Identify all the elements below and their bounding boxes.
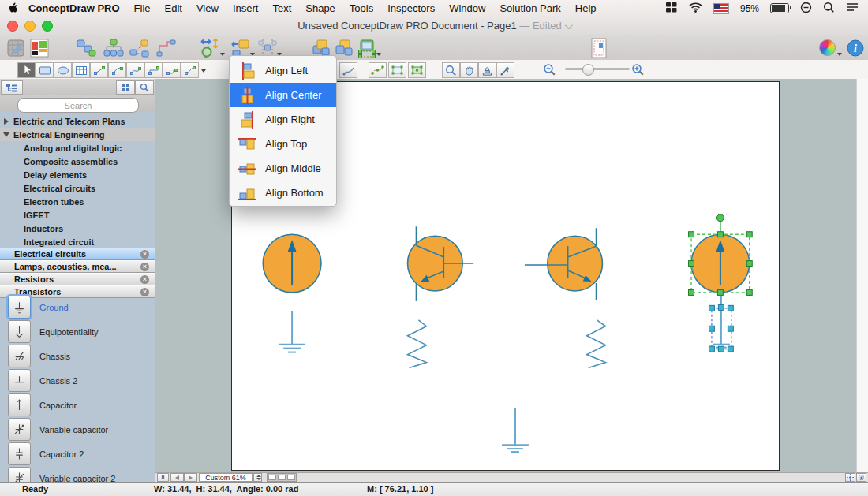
fit-page-button[interactable]	[845, 473, 855, 482]
close-library-icon[interactable]: ×	[140, 275, 149, 284]
zoom-slider-knob[interactable]	[582, 64, 594, 76]
send-to-back-button[interactable]	[333, 37, 354, 58]
apple-menu-icon[interactable]	[0, 2, 24, 14]
tree-layout-button[interactable]	[103, 37, 124, 58]
menu-file[interactable]: File	[127, 0, 158, 17]
clock-icon[interactable]	[800, 2, 812, 16]
zoom-tool-button[interactable]	[442, 62, 460, 78]
arc-connector-tool-button[interactable]	[108, 62, 126, 78]
smart-layout-button[interactable]	[28, 37, 50, 58]
close-library-icon[interactable]: ×	[140, 250, 149, 259]
round-connector-tool-button[interactable]	[163, 62, 181, 78]
menu-inspectors[interactable]: Inspectors	[380, 0, 442, 17]
connector-tools-dropdown-icon[interactable]	[201, 69, 206, 73]
menu-app-name[interactable]: ConceptDraw PRO	[24, 0, 127, 17]
zoom-stepper[interactable]	[253, 473, 262, 482]
stamp-tool-button[interactable]	[478, 62, 496, 78]
table-tool-button[interactable]	[72, 62, 90, 78]
edit-vertices-button[interactable]	[388, 62, 406, 78]
selected-ground-shape[interactable]	[709, 296, 733, 352]
menu-text[interactable]: Text	[265, 0, 298, 17]
tree-item-delay[interactable]: Delay elements	[0, 168, 155, 181]
menu-item-align-center[interactable]: Align Center	[230, 83, 336, 107]
sidebar-search-button[interactable]	[135, 80, 154, 95]
view-mode-buttons[interactable]	[267, 473, 297, 482]
menu-item-align-middle[interactable]: Align Middle	[230, 156, 336, 181]
info-inspector-button[interactable]: i	[844, 37, 866, 58]
wifi-icon[interactable]	[689, 2, 702, 15]
vertical-scrollbar[interactable]	[856, 79, 868, 472]
theme-gallery-button[interactable]	[5, 37, 26, 58]
select-tool-button[interactable]	[17, 62, 36, 78]
symbol-item-variable-capacitor[interactable]: Variable capacitor	[0, 417, 155, 442]
close-library-icon[interactable]: ×	[140, 263, 149, 271]
keyboard-layout-icon[interactable]	[665, 2, 678, 15]
tree-item-igfet[interactable]: IGFET	[0, 208, 155, 222]
next-page-button[interactable]	[184, 473, 197, 482]
ground-shape[interactable]	[279, 311, 305, 352]
group-shapes-button[interactable]	[356, 37, 377, 58]
input-language-flag-icon[interactable]	[713, 3, 729, 14]
chassis-2-symbol-icon[interactable]	[8, 369, 31, 392]
ground-shape[interactable]	[502, 408, 529, 452]
expanded-caret-icon[interactable]	[3, 132, 9, 137]
menu-help[interactable]: Help	[568, 0, 604, 17]
menu-insert[interactable]: Insert	[226, 0, 266, 17]
current-source-shape[interactable]	[263, 234, 321, 293]
symbol-item-equipotentiality[interactable]: Equipotentiality	[0, 319, 155, 344]
zoom-level-select[interactable]: Custom 61%	[199, 473, 253, 482]
pan-tool-button[interactable]	[460, 62, 478, 78]
rectangle-tool-button[interactable]	[36, 62, 54, 78]
resistor-shape[interactable]	[408, 320, 427, 368]
menu-item-align-left[interactable]: Align Left	[230, 58, 336, 83]
symbol-item-capacitor[interactable]: Capacitor	[0, 393, 155, 417]
tree-item-electron-tubes[interactable]: Electron tubes	[0, 195, 155, 208]
menu-solution-park[interactable]: Solution Park	[492, 0, 567, 17]
variable-capacitor-symbol-icon[interactable]	[8, 418, 31, 441]
tree-item-analog-digital[interactable]: Analog and digital logic	[0, 141, 155, 155]
symbol-item-chassis-2[interactable]: Chassis 2	[0, 368, 155, 393]
capacitor-symbol-icon[interactable]	[8, 393, 31, 416]
previous-page-button[interactable]	[170, 473, 184, 482]
smart-connector-tool-button[interactable]	[144, 62, 163, 78]
menu-shape[interactable]: Shape	[298, 0, 342, 17]
chassis-symbol-icon[interactable]	[8, 345, 31, 367]
pan-page-button[interactable]	[856, 473, 866, 482]
bezier-connector-tool-button[interactable]	[126, 62, 144, 78]
ellipse-tool-button[interactable]	[54, 62, 72, 78]
tree-item-composite[interactable]: Composite assemblies	[0, 155, 155, 168]
resize-tool-button[interactable]	[200, 37, 221, 58]
menu-item-align-right[interactable]: Align Right	[230, 107, 336, 132]
library-electrical-circuits[interactable]: Electrical circuits×	[0, 248, 155, 260]
zoom-in-icon[interactable]	[631, 63, 645, 80]
battery-icon[interactable]	[770, 3, 789, 13]
tree-item-electrical-circuits[interactable]: Electrical circuits	[0, 181, 155, 195]
resistor-shape[interactable]	[587, 320, 606, 368]
color-style-button[interactable]	[817, 37, 838, 58]
reshape-curve-button[interactable]	[369, 62, 387, 78]
menu-tools[interactable]: Tools	[342, 0, 380, 17]
menu-item-align-top[interactable]: Align Top	[230, 132, 336, 156]
direct-connector-tool-button[interactable]	[90, 62, 108, 78]
relink-shapes-button[interactable]	[129, 37, 150, 58]
eyedropper-tool-button[interactable]	[496, 62, 514, 78]
library-lamps-acoustics[interactable]: Lamps, acoustics, mea...×	[0, 260, 155, 273]
npn-transistor-shape[interactable]	[525, 228, 603, 300]
tree-item-inductors[interactable]: Inductors	[0, 222, 155, 235]
zoom-out-icon[interactable]	[543, 63, 556, 80]
tree-item-electrical-engineering[interactable]: Electrical Engineering	[0, 128, 155, 141]
tree-item-integrated-circuit[interactable]: Integrated circuit	[0, 235, 155, 248]
zoom-slider[interactable]	[565, 68, 630, 70]
menu-edit[interactable]: Edit	[158, 0, 189, 17]
collapsed-caret-icon[interactable]	[4, 118, 9, 125]
capacitor-2-symbol-icon[interactable]	[8, 442, 31, 465]
menu-view[interactable]: View	[189, 0, 226, 17]
chain-layout-button[interactable]	[75, 37, 96, 58]
symbol-item-chassis[interactable]: Chassis	[0, 344, 155, 368]
spotlight-search-icon[interactable]	[823, 2, 835, 16]
search-input[interactable]	[17, 98, 139, 113]
pause-dynamic-help-button[interactable]: II	[157, 473, 169, 482]
selected-current-source-shape[interactable]	[689, 214, 753, 296]
spline-connector-tool-button[interactable]	[181, 62, 199, 78]
symbol-item-ground[interactable]: Ground	[0, 295, 155, 319]
